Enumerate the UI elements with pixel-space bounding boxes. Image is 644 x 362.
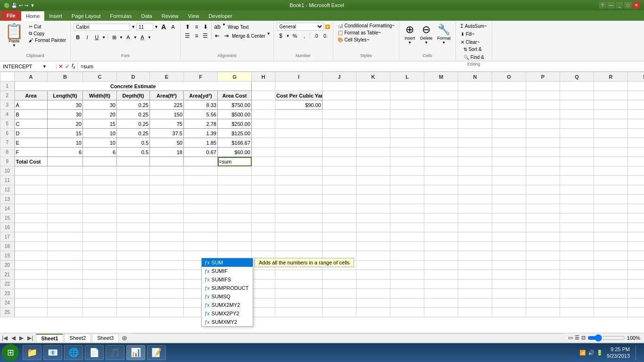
cell-H8[interactable]	[252, 148, 275, 157]
cell-F5[interactable]: 2.78	[184, 119, 218, 129]
cell-E5[interactable]: 75	[150, 119, 184, 129]
cell-A1[interactable]: Concrete Estimate	[15, 82, 252, 91]
taskbar-spotify[interactable]: 🎵	[106, 345, 124, 360]
copy-button[interactable]: ⧉ Copy	[27, 30, 67, 37]
cell-O2[interactable]	[492, 91, 526, 100]
cell-I1[interactable]	[275, 82, 322, 91]
cell-I7[interactable]	[275, 138, 322, 148]
orient-button[interactable]: ab	[213, 23, 222, 31]
col-header-I[interactable]: I	[275, 72, 322, 82]
page-break-btn[interactable]: ⊡	[581, 335, 586, 341]
cell-J8[interactable]	[322, 148, 356, 157]
currency-button[interactable]: $	[277, 32, 285, 40]
cell-K6[interactable]	[356, 129, 390, 138]
cell-K9[interactable]	[356, 157, 390, 166]
cell-J2[interactable]	[322, 91, 356, 100]
cell-B2[interactable]: Length(ft)	[48, 91, 83, 100]
bold-button[interactable]: B	[74, 33, 82, 41]
cell-H7[interactable]	[252, 138, 275, 148]
cell-H3[interactable]	[252, 100, 275, 110]
help-btn[interactable]: ?	[599, 2, 606, 8]
cell-I8[interactable]	[275, 148, 322, 157]
wrap-text-button[interactable]: Wrap Text	[226, 23, 250, 31]
cell-E2[interactable]: Area(ft²)	[150, 91, 184, 100]
cell-J1[interactable]	[322, 82, 356, 91]
cell-Q5[interactable]	[560, 119, 594, 129]
sheet-tab-3[interactable]: Sheet3	[92, 334, 119, 342]
border-dropdown[interactable]: ▼	[119, 35, 123, 40]
cell-R7[interactable]	[594, 138, 628, 148]
cell-L9[interactable]	[390, 157, 424, 166]
increase-font-button[interactable]: A	[159, 23, 168, 31]
cell-F2[interactable]: Area(yd³)	[184, 91, 218, 100]
cell-O3[interactable]	[492, 100, 526, 110]
cell-G4[interactable]: $500.00	[218, 110, 252, 119]
cell-B3[interactable]: 30	[48, 100, 83, 110]
taskbar-chrome[interactable]: 🌐	[64, 345, 83, 360]
cell-B7[interactable]: 10	[48, 138, 83, 148]
cell-E4[interactable]: 150	[150, 110, 184, 119]
col-header-H[interactable]: H	[252, 72, 275, 82]
col-header-E[interactable]: E	[150, 72, 184, 82]
cell-O4[interactable]	[492, 110, 526, 119]
autocomplete-item-sumifs[interactable]: ƒx SUMIFS	[202, 275, 253, 284]
home-tab[interactable]: Home	[21, 11, 44, 21]
cell-G2[interactable]: Area Cost	[218, 91, 252, 100]
cell-Q4[interactable]	[560, 110, 594, 119]
cell-A9[interactable]: Total Cost	[15, 157, 48, 166]
underline-button[interactable]: U	[92, 33, 101, 41]
cell-R2[interactable]	[594, 91, 628, 100]
show-desktop-btn[interactable]	[636, 345, 638, 360]
cell-S4[interactable]	[628, 110, 644, 119]
delete-cells-button[interactable]: ⊖ Delete ▼	[418, 23, 434, 46]
cell-E8[interactable]: 18	[150, 148, 184, 157]
cell-A2[interactable]: Area	[15, 91, 48, 100]
cell-styles-button[interactable]: 🎨 Cell Styles~	[336, 37, 396, 43]
cell-H6[interactable]	[252, 129, 275, 138]
cell-B4[interactable]: 30	[48, 110, 83, 119]
cell-R5[interactable]	[594, 119, 628, 129]
cell-P5[interactable]	[526, 119, 560, 129]
bottom-align-button[interactable]: ⬇	[201, 23, 210, 31]
increase-decimal-button[interactable]: .0	[312, 32, 320, 40]
cell-I3[interactable]: $90.00	[275, 100, 322, 110]
taskbar-word[interactable]: 📝	[147, 345, 166, 360]
clear-button[interactable]: ✕ Clear~	[459, 39, 482, 46]
col-header-S[interactable]: S	[628, 72, 644, 82]
cell-R3[interactable]	[594, 100, 628, 110]
middle-align-button[interactable]: ≡	[192, 23, 201, 31]
autocomplete-item-sumx2my2[interactable]: ƒx SUMX2MY2	[202, 301, 253, 309]
cell-H2[interactable]	[252, 91, 275, 100]
currency-dropdown[interactable]: ▼	[286, 34, 290, 38]
cell-P3[interactable]	[526, 100, 560, 110]
name-box-dropdown[interactable]: ▼	[42, 64, 47, 69]
cell-G9[interactable]: =sum	[218, 157, 252, 166]
cell-B9[interactable]	[48, 157, 83, 166]
cell-K4[interactable]	[356, 110, 390, 119]
name-box-input[interactable]	[3, 64, 41, 69]
cell-H1[interactable]	[252, 82, 275, 91]
autosum-button[interactable]: Σ AutoSum~	[459, 23, 489, 30]
cell-F4[interactable]: 5.56	[184, 110, 218, 119]
window-controls[interactable]: ? — _ □ ✕	[599, 2, 640, 8]
center-align-button[interactable]: ≡	[192, 32, 201, 40]
cell-D7[interactable]: 0.5	[117, 138, 150, 148]
decrease-decimal-button[interactable]: 0.	[321, 32, 330, 40]
cell-Q3[interactable]	[560, 100, 594, 110]
autocomplete-item-sumxmy2[interactable]: ƒx SUMXMY2	[202, 318, 253, 326]
col-header-L[interactable]: L	[390, 72, 424, 82]
autocomplete-item-sumx2py2[interactable]: ƒx SUMX2PY2	[202, 309, 253, 318]
cell-S5[interactable]	[628, 119, 644, 129]
cell-N4[interactable]	[458, 110, 492, 119]
format-cells-button[interactable]: 🔧 Format ▼	[435, 23, 453, 46]
cell-R4[interactable]	[594, 110, 628, 119]
save-quick[interactable]: 💾	[11, 3, 17, 8]
minimize-btn[interactable]: _	[616, 2, 623, 8]
col-header-O[interactable]: O	[492, 72, 526, 82]
cell-E9[interactable]	[150, 157, 184, 166]
col-header-M[interactable]: M	[424, 72, 458, 82]
sheet-tab-1[interactable]: Sheet1	[36, 334, 63, 342]
formula-input[interactable]: =sum	[78, 64, 644, 69]
cell-R8[interactable]	[594, 148, 628, 157]
cell-K1[interactable]	[356, 82, 390, 91]
